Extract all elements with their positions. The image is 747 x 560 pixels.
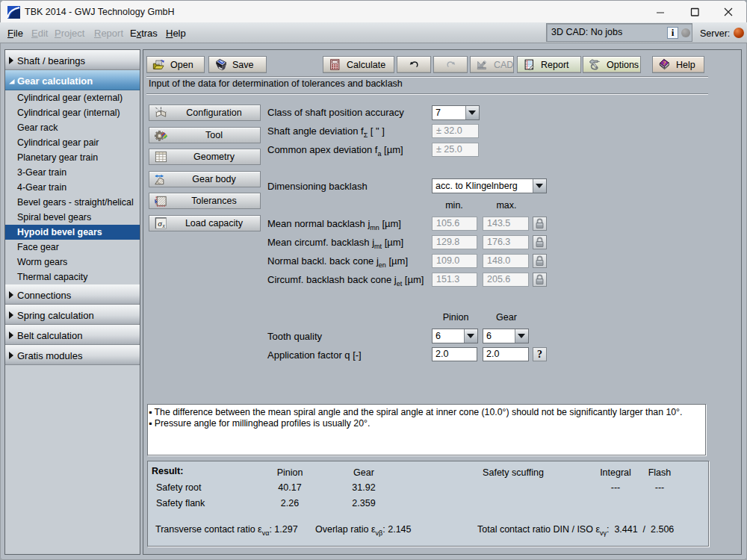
svg-text:σ: σ <box>158 219 162 228</box>
svg-text:x: x <box>162 223 166 229</box>
